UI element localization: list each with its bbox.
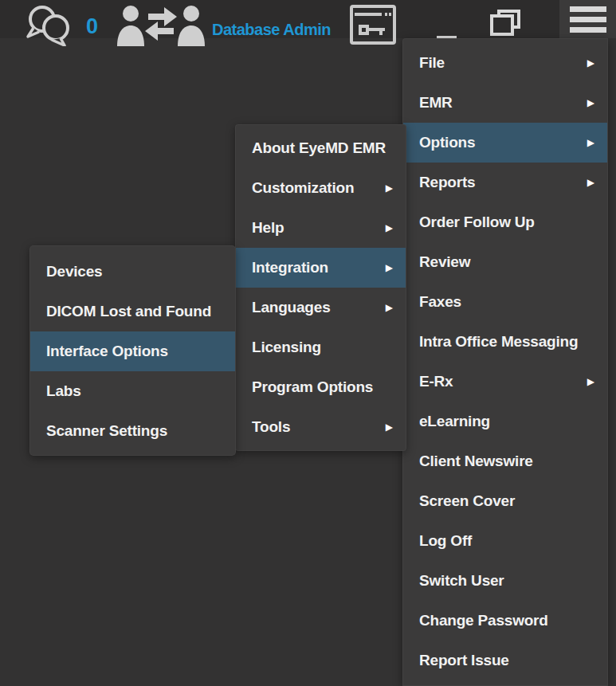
menu-item-options[interactable]: Options▶ [403, 123, 607, 163]
menu-item-label: Change Password [419, 612, 594, 629]
menu-item-label: Client Newswire [419, 453, 594, 470]
menu-item-label: Program Options [252, 378, 393, 396]
submenu-arrow-icon: ▶ [587, 178, 594, 187]
menu-item-integration[interactable]: Integration▶ [236, 248, 406, 288]
menu-item-label: File [419, 54, 581, 72]
menu-item-label: Devices [46, 263, 222, 280]
main-menu-button[interactable] [559, 0, 616, 38]
menu-item-label: Switch User [419, 572, 594, 590]
menu-item-label: Languages [252, 299, 379, 316]
menu-item-label: Reports [419, 174, 581, 191]
submenu-arrow-icon: ▶ [386, 422, 393, 432]
menu-item-help[interactable]: Help▶ [236, 208, 406, 248]
menu-item-log-off[interactable]: Log Off [403, 521, 607, 561]
menu-item-label: Options [419, 134, 581, 151]
menu-item-report-issue[interactable]: Report Issue [403, 641, 607, 680]
menu-item-languages[interactable]: Languages▶ [236, 288, 406, 327]
user-role-label: Database Admin [212, 21, 331, 39]
menu-item-screen-cover[interactable]: Screen Cover [403, 481, 607, 521]
menu-item-dicom-lost-and-found[interactable]: DICOM Lost and Found [30, 292, 235, 331]
menu-item-customization[interactable]: Customization▶ [236, 168, 406, 208]
menu-item-program-options[interactable]: Program Options [236, 367, 406, 407]
submenu-arrow-icon: ▶ [587, 377, 594, 386]
main-menu-panel: File▶EMR▶Options▶Reports▶Order Follow Up… [402, 38, 608, 686]
menu-item-label: Faxes [419, 293, 594, 311]
menu-item-label: E-Rx [419, 373, 581, 390]
menu-item-scanner-settings[interactable]: Scanner Settings [30, 411, 235, 451]
submenu-arrow-icon: ▶ [587, 138, 594, 147]
submenu-arrow-icon: ▶ [587, 98, 594, 108]
menu-item-label: About EyeMD EMR [252, 139, 393, 157]
menu-item-label: Screen Cover [419, 492, 594, 510]
integration-submenu-panel: DevicesDICOM Lost and FoundInterface Opt… [29, 245, 236, 456]
menu-item-label: Integration [252, 259, 379, 276]
menu-item-tools[interactable]: Tools▶ [236, 407, 406, 447]
restore-icon [489, 9, 521, 37]
menu-item-emr[interactable]: EMR▶ [403, 83, 607, 123]
minimize-button[interactable] [430, 6, 462, 38]
menu-item-label: Log Off [419, 532, 594, 550]
messages-button[interactable]: 0 [19, 3, 98, 46]
menu-item-label: Scanner Settings [46, 422, 222, 440]
menu-item-label: Help [252, 219, 379, 237]
menu-item-devices[interactable]: Devices [30, 252, 235, 292]
menu-item-intra-office-messaging[interactable]: Intra Office Messaging [403, 322, 607, 362]
menu-item-change-password[interactable]: Change Password [403, 601, 607, 641]
top-bar: 0 Database Admin [0, 0, 616, 38]
menu-item-label: eLearning [419, 413, 594, 430]
menu-item-label: Intra Office Messaging [419, 333, 594, 351]
menu-item-label: Report Issue [419, 652, 594, 669]
menu-item-licensing[interactable]: Licensing [236, 327, 406, 367]
menu-item-label: Licensing [252, 339, 393, 356]
menu-item-client-newswire[interactable]: Client Newswire [403, 441, 607, 481]
submenu-arrow-icon: ▶ [587, 58, 594, 68]
menu-item-file[interactable]: File▶ [403, 43, 607, 83]
switch-user-icon[interactable] [116, 4, 206, 47]
lock-screen-icon [350, 5, 396, 45]
menu-item-faxes[interactable]: Faxes [403, 282, 607, 322]
submenu-arrow-icon: ▶ [386, 183, 393, 193]
menu-item-switch-user[interactable]: Switch User [403, 561, 607, 601]
submenu-arrow-icon: ▶ [386, 223, 393, 233]
submenu-arrow-icon: ▶ [386, 303, 393, 312]
submenu-arrow-icon: ▶ [386, 263, 393, 272]
menu-item-label: Review [419, 253, 594, 271]
menu-item-elearning[interactable]: eLearning [403, 402, 607, 441]
menu-item-label: EMR [419, 94, 581, 112]
menu-item-e-rx[interactable]: E-Rx▶ [403, 362, 607, 402]
menu-item-label: Customization [252, 179, 379, 197]
lock-screen-button[interactable] [349, 5, 397, 46]
chat-bubbles-icon [19, 3, 83, 46]
menu-item-label: Order Follow Up [419, 214, 594, 231]
menu-item-label: Tools [252, 418, 379, 436]
menu-item-label: Labs [46, 382, 222, 400]
menu-item-interface-options[interactable]: Interface Options [30, 331, 235, 371]
messages-count-badge: 0 [86, 7, 98, 45]
menu-item-labs[interactable]: Labs [30, 371, 235, 411]
restore-button[interactable] [488, 8, 523, 40]
user-switch-group: Database Admin [116, 4, 331, 47]
menu-item-review[interactable]: Review [403, 242, 607, 282]
menu-item-reports[interactable]: Reports▶ [403, 163, 607, 202]
menu-item-label: DICOM Lost and Found [46, 303, 222, 320]
menu-item-label: Interface Options [46, 343, 222, 360]
menu-item-order-follow-up[interactable]: Order Follow Up [403, 202, 607, 242]
options-submenu-panel: About EyeMD EMRCustomization▶Help▶Integr… [235, 124, 406, 451]
menu-item-about-eyemd-emr[interactable]: About EyeMD EMR [236, 128, 406, 168]
